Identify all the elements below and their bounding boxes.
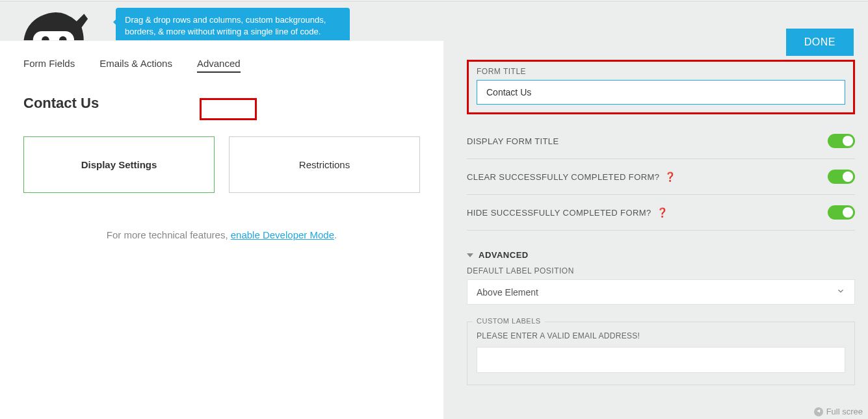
- dev-note-prefix: For more technical features,: [107, 229, 231, 240]
- hide-completed-toggle[interactable]: [828, 205, 855, 220]
- tab-emails-actions[interactable]: Emails & Actions: [99, 58, 172, 73]
- fullscreen-hint-text: Full scree: [826, 407, 863, 416]
- display-form-title-toggle[interactable]: [828, 134, 855, 148]
- email-error-input[interactable]: [477, 347, 845, 373]
- card-restrictions[interactable]: Restrictions: [229, 136, 420, 193]
- svg-rect-0: [33, 31, 74, 40]
- page-title: Contact Us: [23, 95, 420, 112]
- help-icon[interactable]: ❓: [664, 171, 676, 182]
- default-label-position-select[interactable]: Above Element: [467, 279, 855, 305]
- fullscreen-hint[interactable]: Full scree: [814, 407, 863, 416]
- display-form-title-label: DISPLAY FORM TITLE: [467, 136, 559, 146]
- clear-completed-label: CLEAR SUCCESSFULLY COMPLETED FORM? ❓: [467, 171, 676, 182]
- default-label-position-label: DEFAULT LABEL POSITION: [467, 266, 855, 275]
- chevron-down-icon: [836, 286, 845, 298]
- right-panel: FORM TITLE DISPLAY FORM TITLE CLEAR SUCC…: [467, 60, 855, 419]
- main-tabs: Form Fields Emails & Actions Advanced: [23, 41, 420, 73]
- custom-labels-fieldset: CUSTOM LABELS PLEASE ENTER A VALID EMAIL…: [467, 322, 855, 385]
- help-icon[interactable]: ❓: [657, 207, 668, 218]
- left-panel: Form Fields Emails & Actions Advanced Co…: [0, 40, 443, 419]
- advanced-section-header[interactable]: ADVANCED: [467, 250, 855, 260]
- arrow-left-circle-icon: [814, 407, 823, 416]
- clear-completed-toggle[interactable]: [828, 170, 855, 184]
- tab-form-fields[interactable]: Form Fields: [23, 58, 75, 73]
- email-error-label: PLEASE ENTER A VALID EMAIL ADDRESS!: [477, 331, 845, 340]
- hide-completed-label: HIDE SUCCESSFULLY COMPLETED FORM? ❓: [467, 207, 668, 218]
- tab-advanced[interactable]: Advanced: [197, 58, 241, 73]
- card-display-settings[interactable]: Display Settings: [23, 136, 215, 193]
- ninja-logo: [14, 0, 89, 40]
- form-title-label: FORM TITLE: [477, 67, 845, 76]
- developer-mode-note: For more technical features, enable Deve…: [23, 229, 420, 240]
- form-title-highlight: FORM TITLE: [467, 60, 855, 114]
- promo-tooltip: Drag & drop rows and columns, custom bac…: [116, 8, 350, 45]
- form-title-input[interactable]: [477, 80, 845, 105]
- custom-labels-legend: CUSTOM LABELS: [473, 317, 545, 325]
- dev-note-suffix: .: [334, 229, 337, 240]
- triangle-down-icon: [467, 253, 473, 257]
- default-label-position-value: Above Element: [477, 287, 538, 298]
- done-button[interactable]: DONE: [786, 29, 854, 56]
- enable-developer-mode-link[interactable]: enable Developer Mode: [231, 229, 334, 240]
- advanced-section-label: ADVANCED: [479, 250, 529, 260]
